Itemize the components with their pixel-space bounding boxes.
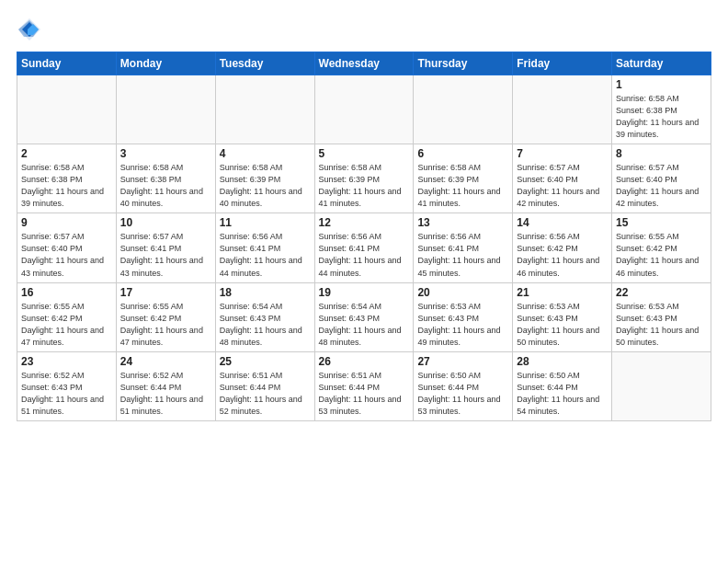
day-number: 15: [616, 216, 707, 229]
day-number: 8: [616, 147, 707, 160]
day-detail: Sunrise: 6:51 AM Sunset: 6:44 PM Dayligh…: [220, 370, 311, 418]
day-number: 20: [417, 286, 508, 299]
day-detail: Sunrise: 6:58 AM Sunset: 6:39 PM Dayligh…: [220, 162, 311, 210]
calendar-cell: 15Sunrise: 6:55 AM Sunset: 6:42 PM Dayli…: [612, 213, 711, 282]
day-number: 23: [21, 355, 112, 368]
header: [17, 15, 711, 42]
day-number: 3: [120, 147, 211, 160]
day-detail: Sunrise: 6:58 AM Sunset: 6:38 PM Dayligh…: [21, 162, 112, 210]
col-header-monday: Monday: [116, 52, 215, 75]
day-detail: Sunrise: 6:58 AM Sunset: 6:39 PM Dayligh…: [417, 162, 508, 210]
calendar-cell: [17, 75, 117, 144]
day-number: 7: [517, 147, 608, 160]
day-number: 12: [319, 216, 410, 229]
calendar-cell: 5Sunrise: 6:58 AM Sunset: 6:39 PM Daylig…: [314, 144, 414, 213]
day-number: 18: [220, 286, 311, 299]
day-number: 28: [517, 355, 608, 368]
day-number: 27: [417, 355, 508, 368]
day-number: 19: [319, 286, 410, 299]
calendar-cell: 10Sunrise: 6:57 AM Sunset: 6:41 PM Dayli…: [116, 213, 215, 282]
day-detail: Sunrise: 6:55 AM Sunset: 6:42 PM Dayligh…: [21, 301, 112, 349]
day-detail: Sunrise: 6:57 AM Sunset: 6:40 PM Dayligh…: [21, 231, 112, 279]
day-detail: Sunrise: 6:54 AM Sunset: 6:43 PM Dayligh…: [220, 301, 311, 349]
calendar-cell: 12Sunrise: 6:56 AM Sunset: 6:41 PM Dayli…: [314, 213, 414, 282]
day-detail: Sunrise: 6:54 AM Sunset: 6:43 PM Dayligh…: [319, 301, 410, 349]
calendar-cell: [414, 75, 513, 144]
calendar-week-row: 2Sunrise: 6:58 AM Sunset: 6:38 PM Daylig…: [17, 144, 711, 213]
day-number: 25: [220, 355, 311, 368]
day-number: 26: [319, 355, 410, 368]
calendar-cell: 3Sunrise: 6:58 AM Sunset: 6:38 PM Daylig…: [116, 144, 215, 213]
day-detail: Sunrise: 6:50 AM Sunset: 6:44 PM Dayligh…: [417, 370, 508, 418]
calendar-cell: [314, 75, 414, 144]
day-number: 11: [220, 216, 311, 229]
calendar-cell: 16Sunrise: 6:55 AM Sunset: 6:42 PM Dayli…: [17, 282, 117, 351]
calendar-cell: 28Sunrise: 6:50 AM Sunset: 6:44 PM Dayli…: [513, 351, 612, 420]
calendar-cell: 25Sunrise: 6:51 AM Sunset: 6:44 PM Dayli…: [215, 351, 314, 420]
day-detail: Sunrise: 6:50 AM Sunset: 6:44 PM Dayligh…: [517, 370, 608, 418]
day-number: 13: [417, 216, 508, 229]
day-detail: Sunrise: 6:56 AM Sunset: 6:42 PM Dayligh…: [517, 231, 608, 279]
day-number: 4: [220, 147, 311, 160]
day-number: 5: [319, 147, 410, 160]
day-detail: Sunrise: 6:57 AM Sunset: 6:40 PM Dayligh…: [517, 162, 608, 210]
day-detail: Sunrise: 6:52 AM Sunset: 6:44 PM Dayligh…: [120, 370, 211, 418]
col-header-saturday: Saturday: [612, 52, 711, 75]
page: SundayMondayTuesdayWednesdayThursdayFrid…: [0, 0, 728, 563]
day-number: 21: [517, 286, 608, 299]
calendar-cell: 4Sunrise: 6:58 AM Sunset: 6:39 PM Daylig…: [215, 144, 314, 213]
calendar-week-row: 16Sunrise: 6:55 AM Sunset: 6:42 PM Dayli…: [17, 282, 711, 351]
day-number: 22: [616, 286, 707, 299]
day-number: 6: [417, 147, 508, 160]
day-number: 24: [120, 355, 211, 368]
day-number: 16: [21, 286, 112, 299]
calendar-week-row: 9Sunrise: 6:57 AM Sunset: 6:40 PM Daylig…: [17, 213, 711, 282]
logo-icon: [17, 17, 42, 42]
col-header-sunday: Sunday: [17, 52, 117, 75]
col-header-tuesday: Tuesday: [215, 52, 314, 75]
calendar-cell: 1Sunrise: 6:58 AM Sunset: 6:38 PM Daylig…: [612, 75, 711, 144]
day-detail: Sunrise: 6:57 AM Sunset: 6:41 PM Dayligh…: [120, 231, 211, 279]
calendar-cell: 23Sunrise: 6:52 AM Sunset: 6:43 PM Dayli…: [17, 351, 117, 420]
day-detail: Sunrise: 6:58 AM Sunset: 6:39 PM Dayligh…: [319, 162, 410, 210]
calendar-cell: 11Sunrise: 6:56 AM Sunset: 6:41 PM Dayli…: [215, 213, 314, 282]
calendar-week-row: 23Sunrise: 6:52 AM Sunset: 6:43 PM Dayli…: [17, 351, 711, 420]
calendar-header-row: SundayMondayTuesdayWednesdayThursdayFrid…: [17, 52, 711, 75]
col-header-friday: Friday: [513, 52, 612, 75]
calendar-cell: 17Sunrise: 6:55 AM Sunset: 6:42 PM Dayli…: [116, 282, 215, 351]
day-number: 10: [120, 216, 211, 229]
calendar-table: SundayMondayTuesdayWednesdayThursdayFrid…: [17, 52, 711, 421]
day-detail: Sunrise: 6:56 AM Sunset: 6:41 PM Dayligh…: [417, 231, 508, 279]
day-detail: Sunrise: 6:52 AM Sunset: 6:43 PM Dayligh…: [21, 370, 112, 418]
day-detail: Sunrise: 6:55 AM Sunset: 6:42 PM Dayligh…: [120, 301, 211, 349]
day-number: 2: [21, 147, 112, 160]
calendar-cell: 8Sunrise: 6:57 AM Sunset: 6:40 PM Daylig…: [612, 144, 711, 213]
calendar-cell: 13Sunrise: 6:56 AM Sunset: 6:41 PM Dayli…: [414, 213, 513, 282]
day-detail: Sunrise: 6:56 AM Sunset: 6:41 PM Dayligh…: [319, 231, 410, 279]
calendar-cell: 2Sunrise: 6:58 AM Sunset: 6:38 PM Daylig…: [17, 144, 117, 213]
logo: [17, 15, 42, 42]
day-detail: Sunrise: 6:58 AM Sunset: 6:38 PM Dayligh…: [120, 162, 211, 210]
calendar-cell: 9Sunrise: 6:57 AM Sunset: 6:40 PM Daylig…: [17, 213, 117, 282]
day-detail: Sunrise: 6:55 AM Sunset: 6:42 PM Dayligh…: [616, 231, 707, 279]
calendar-cell: 26Sunrise: 6:51 AM Sunset: 6:44 PM Dayli…: [314, 351, 414, 420]
calendar-cell: [612, 351, 711, 420]
day-detail: Sunrise: 6:53 AM Sunset: 6:43 PM Dayligh…: [417, 301, 508, 349]
day-detail: Sunrise: 6:57 AM Sunset: 6:40 PM Dayligh…: [616, 162, 707, 210]
calendar-cell: 21Sunrise: 6:53 AM Sunset: 6:43 PM Dayli…: [513, 282, 612, 351]
calendar-cell: 24Sunrise: 6:52 AM Sunset: 6:44 PM Dayli…: [116, 351, 215, 420]
day-detail: Sunrise: 6:51 AM Sunset: 6:44 PM Dayligh…: [319, 370, 410, 418]
calendar-cell: [513, 75, 612, 144]
calendar-cell: [215, 75, 314, 144]
calendar-cell: 27Sunrise: 6:50 AM Sunset: 6:44 PM Dayli…: [414, 351, 513, 420]
day-number: 14: [517, 216, 608, 229]
day-detail: Sunrise: 6:53 AM Sunset: 6:43 PM Dayligh…: [616, 301, 707, 349]
calendar-cell: [116, 75, 215, 144]
col-header-wednesday: Wednesday: [314, 52, 414, 75]
calendar-cell: 18Sunrise: 6:54 AM Sunset: 6:43 PM Dayli…: [215, 282, 314, 351]
calendar-cell: 19Sunrise: 6:54 AM Sunset: 6:43 PM Dayli…: [314, 282, 414, 351]
col-header-thursday: Thursday: [414, 52, 513, 75]
calendar-cell: 7Sunrise: 6:57 AM Sunset: 6:40 PM Daylig…: [513, 144, 612, 213]
day-detail: Sunrise: 6:56 AM Sunset: 6:41 PM Dayligh…: [220, 231, 311, 279]
day-number: 1: [616, 78, 707, 91]
